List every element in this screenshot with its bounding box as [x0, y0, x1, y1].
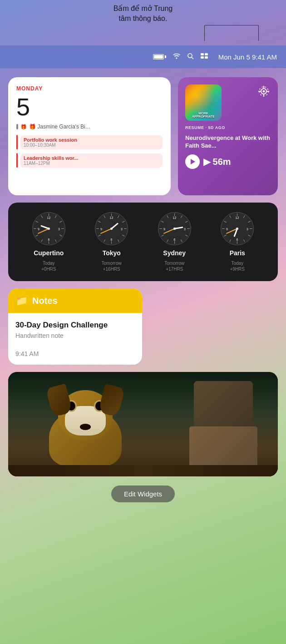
podcast-widget[interactable]: WORKAPPROPRIATE RESUME · 5D AGO Neurodiv…	[178, 77, 278, 195]
podcast-app-icon	[257, 84, 271, 98]
svg-text:9: 9	[163, 228, 165, 231]
floor	[8, 465, 278, 476]
dog-head	[58, 390, 113, 440]
svg-text:12: 12	[236, 216, 239, 219]
svg-text:3: 3	[121, 228, 123, 231]
event1-time: 10:00–10:30AM	[24, 143, 159, 148]
battery-fill	[154, 55, 163, 59]
tooltip-line2: tâm thông báo.	[119, 15, 168, 22]
menu-bar: Mon Jun 5 9:41 AM	[0, 45, 286, 68]
svg-text:3: 3	[247, 228, 248, 231]
birthday-text: 🎁 Jasmine Garcia's Bi...	[29, 124, 90, 130]
calendar-birthday-strip	[16, 124, 18, 129]
clock-widget[interactable]: 12 3 6 9 Cupertino Today+0HRS	[8, 203, 278, 281]
event1-bar	[16, 135, 18, 149]
svg-text:6: 6	[48, 238, 49, 241]
main-content: MONDAY 5 🎁 🎁 Jasmine Garcia's Bi... Port…	[0, 68, 286, 644]
notes-note-sub: Handwritten note	[15, 332, 135, 339]
svg-rect-5	[205, 56, 208, 59]
svg-point-88	[236, 228, 238, 230]
event2-time: 11AM–12PM	[24, 161, 159, 166]
calendar-widget[interactable]: MONDAY 5 🎁 🎁 Jasmine Garcia's Bi... Port…	[8, 77, 171, 195]
search-icon[interactable]	[187, 53, 194, 61]
tooltip-line	[204, 25, 259, 41]
podcast-artwork: WORKAPPROPRIATE	[185, 84, 222, 121]
svg-text:6: 6	[173, 238, 175, 241]
clock-paris: 12 3 6 9 Paris Today+9HRS	[220, 212, 254, 272]
calendar-day-name: MONDAY	[16, 85, 163, 92]
svg-rect-2	[201, 53, 204, 55]
svg-text:6: 6	[237, 238, 238, 241]
artwork-label: WORKAPPROPRIATE	[187, 112, 219, 119]
calendar-birthday: 🎁 🎁 Jasmine Garcia's Bi...	[16, 124, 163, 130]
edit-widgets-button[interactable]: Edit Widgets	[111, 485, 175, 502]
play-button[interactable]	[185, 154, 200, 169]
clock-sydney: 12 3 6 9 Sydney Tomorrow+17HRS	[158, 212, 192, 272]
clock-sub-sydney: Tomorrow+17HRS	[164, 260, 184, 272]
tooltip-area: Bấm để mở Trung tâm thông báo.	[0, 0, 286, 45]
event1-bg: Portfolio work session 10:00–10:30AM	[20, 135, 163, 149]
svg-text:12: 12	[47, 216, 50, 219]
svg-point-68	[173, 228, 176, 230]
podcast-duration: ▶ 56m	[203, 156, 231, 167]
svg-text:3: 3	[58, 228, 60, 231]
svg-text:12: 12	[173, 216, 176, 219]
notes-body: 30-Day Design Challenge Handwritten note…	[8, 313, 142, 365]
svg-text:6: 6	[111, 238, 113, 241]
event2-bg: Leadership skills wor... 11AM–12PM	[20, 154, 163, 168]
tooltip-line1: Bấm để mở Trung	[113, 5, 173, 12]
svg-line-1	[192, 57, 193, 59]
dog-nose	[80, 424, 91, 430]
clock-sub-tokyo: Tomorrow+16HRS	[102, 260, 122, 272]
event1-title: Portfolio work session	[24, 137, 159, 143]
svg-point-7	[263, 90, 265, 93]
battery-tip	[165, 55, 166, 58]
tooltip-text: Bấm để mở Trung tâm thông báo.	[113, 4, 173, 24]
clock-city-sydney: Sydney	[163, 249, 186, 257]
svg-text:3: 3	[184, 228, 186, 231]
menu-bar-datetime: Mon Jun 5 9:41 AM	[218, 53, 277, 61]
photo-widget[interactable]	[8, 372, 278, 476]
calendar-event-1: Portfolio work session 10:00–10:30AM	[16, 135, 163, 149]
event2-bar	[16, 153, 18, 168]
podcast-play-area: ▶ 56m	[185, 154, 271, 169]
svg-text:9: 9	[38, 228, 39, 231]
notes-widget[interactable]: 📁 Notes 30-Day Design Challenge Handwrit…	[8, 288, 142, 365]
svg-point-28	[48, 228, 50, 230]
edit-btn-container: Edit Widgets	[8, 485, 278, 502]
birthday-icon: 🎁	[20, 124, 27, 130]
svg-text:12: 12	[110, 216, 113, 219]
notes-header: 📁 Notes	[8, 288, 142, 313]
clock-city-paris: Paris	[230, 249, 245, 257]
menu-bar-icons: Mon Jun 5 9:41 AM	[153, 53, 277, 61]
clock-face-sydney: 12 3 6 9	[158, 212, 192, 246]
podcast-title: Neurodivergence at Work with Faith Sae..…	[185, 134, 271, 150]
podcast-top: WORKAPPROPRIATE	[185, 84, 271, 121]
battery-body	[153, 54, 164, 59]
notes-time: 9:41 AM	[15, 350, 135, 357]
clock-face-paris: 12 3 6 9	[220, 212, 254, 246]
notes-note-title: 30-Day Design Challenge	[15, 320, 135, 330]
clock-sub-paris: Today+9HRS	[230, 260, 245, 272]
podcast-meta: RESUME · 5D AGO	[185, 125, 271, 130]
svg-text:9: 9	[100, 228, 102, 231]
control-center-icon[interactable]	[200, 53, 208, 61]
clock-tokyo: 12 3 6 9 Tokyo Tomorrow+16HRS	[94, 212, 128, 272]
notes-folder-icon: 📁	[15, 295, 28, 307]
clock-city-tokyo: Tokyo	[103, 249, 121, 257]
svg-point-0	[188, 54, 192, 58]
clock-sub-cupertino: Today+0HRS	[41, 260, 56, 272]
event2-title: Leadership skills wor...	[24, 155, 159, 161]
clock-face-cupertino: 12 3 6 9	[32, 212, 66, 246]
svg-rect-3	[205, 53, 208, 55]
calendar-event-2: Leadership skills wor... 11AM–12PM	[16, 153, 163, 168]
svg-rect-4	[201, 56, 204, 59]
clock-city-cupertino: Cupertino	[34, 249, 64, 257]
svg-point-48	[110, 228, 113, 230]
calendar-date: 5	[16, 94, 163, 119]
clock-cupertino: 12 3 6 9 Cupertino Today+0HRS	[32, 212, 66, 272]
clock-face-tokyo: 12 3 6 9	[94, 212, 128, 246]
battery-icon	[153, 54, 166, 59]
wifi-icon	[173, 53, 181, 61]
play-icon	[191, 159, 195, 164]
